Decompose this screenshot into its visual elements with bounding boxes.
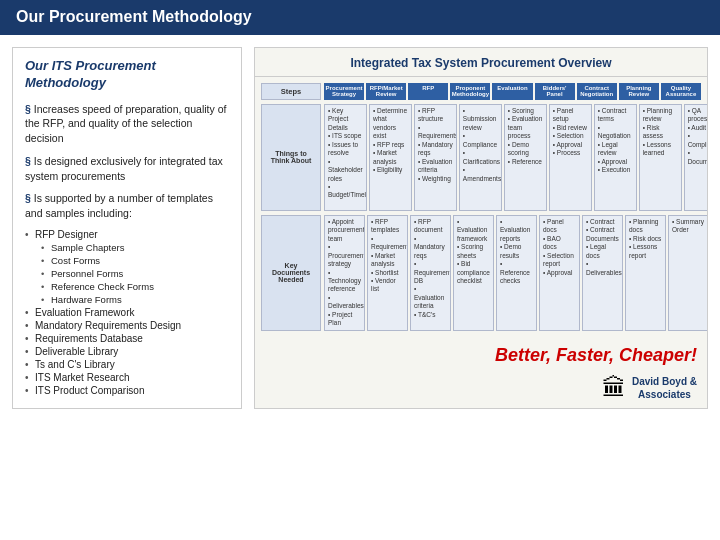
key-docs-cells: • Appoint procurementteam• Procurement s… <box>324 215 708 331</box>
step-cell: RFP <box>408 83 448 100</box>
think-cell: • Panel setup• Bid review• Selection• Ap… <box>549 104 592 211</box>
step-cell: ProponentMethodology <box>450 83 490 100</box>
right-panel: Integrated Tax System Procurement Overvi… <box>254 47 708 409</box>
key-doc-cell: • Evaluationreports• Demoresults• Refere… <box>496 215 537 331</box>
main-content: Our ITS Procurement Methodology § Increa… <box>0 35 720 421</box>
bullet-dot: • <box>25 333 35 344</box>
footer-company: David Boyd & Associates <box>632 375 697 401</box>
sub-list-item: • Sample Chapters <box>41 242 229 253</box>
sub-bullet: • <box>41 242 51 253</box>
tagline: Better, Faster, Cheaper! <box>255 337 707 370</box>
list-item: • RFP Designer <box>25 229 229 240</box>
key-doc-cell: • SummaryOrder <box>668 215 708 331</box>
think-cell: • Contract terms• Negotiation• Legal rev… <box>594 104 637 211</box>
think-cell: • Submissionreview• Compliance• Clarific… <box>459 104 502 211</box>
diagram-body: Steps ProcurementStrategy RFP/MarketRevi… <box>255 77 707 337</box>
sub-bullet: • <box>41 294 51 305</box>
step-cell: Evaluation <box>492 83 532 100</box>
sub-bullet: • <box>41 255 51 266</box>
bullet-dot: • <box>25 359 35 370</box>
step-cell: ProcurementStrategy <box>324 83 364 100</box>
page-header: Our Procurement Methodology <box>0 0 720 34</box>
think-cell: • QA process• Audit trail• Compliance• D… <box>684 104 708 211</box>
list-item: • Ts and C's Library <box>25 359 229 370</box>
page-title: Our Procurement Methodology <box>16 8 252 25</box>
step-cell: PlanningReview <box>619 83 659 100</box>
key-doc-cell: • Planningdocs• Risk docs• Lessonsreport <box>625 215 666 331</box>
template-list: • RFP Designer • Sample Chapters • Cost … <box>25 229 229 396</box>
key-doc-cell: • Evaluationframework• Scoring sheets• B… <box>453 215 494 331</box>
sub-bullet: • <box>41 281 51 292</box>
bullet-3: § Is supported by a number of templates … <box>25 191 229 220</box>
building-icon: 🏛 <box>602 374 626 402</box>
bullet-dot: • <box>25 307 35 318</box>
rfp-sub-list: • Sample Chapters • Cost Forms • Personn… <box>41 242 229 305</box>
bullet-2: § Is designed exclusively for integrated… <box>25 154 229 183</box>
steps-row: Steps ProcurementStrategy RFP/MarketRevi… <box>261 83 701 100</box>
steps-cells: ProcurementStrategy RFP/MarketReview RFP… <box>324 83 701 100</box>
step-cell: RFP/MarketReview <box>366 83 406 100</box>
list-item: • Evaluation Framework <box>25 307 229 318</box>
think-cell: • Determine whatvendors exist• RFP reqs•… <box>369 104 412 211</box>
bullet-dot: • <box>25 346 35 357</box>
left-panel-body: § Increases speed of preparation, qualit… <box>25 102 229 221</box>
list-item: • Deliverable Library <box>25 346 229 357</box>
think-cell: • Key Project Details• ITS scope• Issues… <box>324 104 367 211</box>
list-item: • ITS Product Comparison <box>25 385 229 396</box>
bullet-dot: • <box>25 372 35 383</box>
key-doc-cell: • Panel docs• BAO docs• Selectionreport•… <box>539 215 580 331</box>
diagram-title: Integrated Tax System Procurement Overvi… <box>255 48 707 77</box>
sub-list-item: • Reference Check Forms <box>41 281 229 292</box>
sub-list-item: • Personnel Forms <box>41 268 229 279</box>
think-cell: • RFP structure• Requirements• Mandatory… <box>414 104 457 211</box>
think-cells: • Key Project Details• ITS scope• Issues… <box>324 104 708 211</box>
step-cell: ContractNegotiation <box>577 83 617 100</box>
steps-label: Steps <box>261 83 321 100</box>
sub-bullet: • <box>41 268 51 279</box>
think-cell: • Scoring• Evaluationteam process• Demo … <box>504 104 547 211</box>
think-about-row: Things to Think About • Key Project Deta… <box>261 104 701 211</box>
list-item: • ITS Market Research <box>25 372 229 383</box>
list-item: • Mandatory Requirements Design <box>25 320 229 331</box>
key-doc-cell: • RFP document• Mandatory reqs• Requirem… <box>410 215 451 331</box>
list-item: • Requirements Database <box>25 333 229 344</box>
footer: 🏛 David Boyd & Associates <box>255 370 707 408</box>
bullet-dot: • <box>25 385 35 396</box>
sub-list-item: • Cost Forms <box>41 255 229 266</box>
key-docs-row: Key Documents Needed • Appoint procureme… <box>261 215 701 331</box>
left-panel-title: Our ITS Procurement Methodology <box>25 58 229 92</box>
step-cell: QualityAssurance <box>661 83 701 100</box>
key-doc-cell: • RFP templates• Requirements• Market an… <box>367 215 408 331</box>
sub-list-item: • Hardware Forms <box>41 294 229 305</box>
think-cell: • Planningreview• Risk assess• Lessonsle… <box>639 104 682 211</box>
step-cell: Bidders'Panel <box>535 83 575 100</box>
think-label: Things to Think About <box>261 104 321 211</box>
key-doc-cell: • Appoint procurementteam• Procurement s… <box>324 215 365 331</box>
bullet-dot: • <box>25 229 35 240</box>
key-doc-cell: • Contract• ContractDocuments• Legal doc… <box>582 215 623 331</box>
left-panel: Our ITS Procurement Methodology § Increa… <box>12 47 242 409</box>
bullet-dot: • <box>25 320 35 331</box>
bullet-1: § Increases speed of preparation, qualit… <box>25 102 229 146</box>
key-docs-label: Key Documents Needed <box>261 215 321 331</box>
